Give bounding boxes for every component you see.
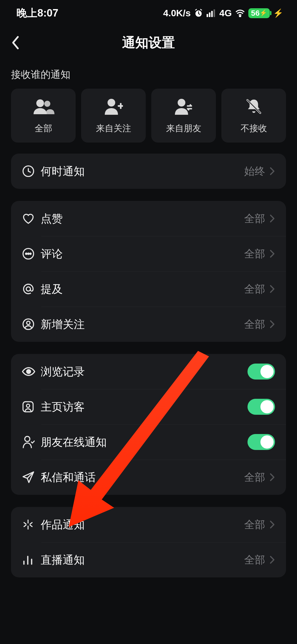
row-like[interactable]: 点赞 全部 <box>11 201 286 236</box>
filter-following[interactable]: 来自关注 <box>81 89 146 143</box>
row-dm-label: 私信和通话 <box>41 470 244 485</box>
battery-icon: 56⚡ <box>248 8 270 18</box>
row-profile-visitor[interactable]: 主页访客 <box>11 389 286 424</box>
row-live-value: 全部 <box>244 553 265 567</box>
nav-bar: 通知设置 <box>0 26 297 59</box>
row-like-label: 点赞 <box>41 211 244 226</box>
row-when-value: 始终 <box>244 164 265 178</box>
filter-none[interactable]: 不接收 <box>221 89 286 143</box>
chevron-right-icon <box>269 214 275 223</box>
row-newfollow[interactable]: 新增关注 全部 <box>11 307 286 342</box>
chevron-right-icon <box>269 320 275 329</box>
row-like-value: 全部 <box>244 212 265 226</box>
signal-icon <box>207 9 216 17</box>
row-mention-value: 全部 <box>244 282 265 296</box>
svg-point-20 <box>26 404 30 407</box>
filter-all[interactable]: 全部 <box>11 89 76 143</box>
status-net-speed: 4.0K/s <box>163 8 191 18</box>
svg-point-13 <box>28 253 29 255</box>
row-works-value: 全部 <box>244 518 265 532</box>
row-mention[interactable]: 提及 全部 <box>11 271 286 307</box>
chevron-right-icon <box>269 555 275 564</box>
svg-point-17 <box>27 321 30 324</box>
svg-point-15 <box>26 287 30 291</box>
svg-point-18 <box>27 370 31 373</box>
row-comment-label: 评论 <box>41 246 244 261</box>
user-square-icon <box>22 401 41 413</box>
charging-icon: ⚡ <box>273 8 283 18</box>
heart-icon <box>22 212 41 225</box>
svg-point-9 <box>178 99 185 107</box>
person-add-icon <box>104 97 123 116</box>
svg-point-5 <box>240 16 241 17</box>
row-live-notify[interactable]: 直播通知 全部 <box>11 542 286 577</box>
svg-point-14 <box>30 253 31 255</box>
svg-point-6 <box>36 99 44 107</box>
chevron-right-icon <box>269 167 275 176</box>
row-dm-call[interactable]: 私信和通话 全部 <box>11 460 286 495</box>
status-time: 晚上8:07 <box>16 6 58 20</box>
status-right: 4.0K/s 4G 56⚡ ⚡ <box>163 8 283 18</box>
svg-rect-1 <box>207 14 208 17</box>
svg-rect-4 <box>214 9 215 17</box>
row-comment[interactable]: 评论 全部 <box>11 236 286 271</box>
row-browse-label: 浏览记录 <box>41 364 248 379</box>
filter-friends[interactable]: 来自朋友 <box>151 89 216 143</box>
row-works-notify[interactable]: 作品通知 全部 <box>11 507 286 542</box>
row-online-label: 朋友在线通知 <box>41 435 248 450</box>
row-comment-value: 全部 <box>244 247 265 261</box>
user-circle-icon <box>22 318 41 331</box>
person-swap-icon <box>174 97 193 116</box>
bars-icon <box>22 554 41 565</box>
chevron-right-icon <box>269 473 275 482</box>
filter-row: 全部 来自关注 来自朋友 不接收 <box>0 89 297 143</box>
row-when-label: 何时通知 <box>41 164 244 179</box>
toggle-visitor[interactable] <box>248 399 275 415</box>
row-friend-online[interactable]: 朋友在线通知 <box>11 424 286 460</box>
row-newfollow-label: 新增关注 <box>41 317 244 332</box>
filter-friends-label: 来自朋友 <box>166 122 201 135</box>
group-content: 作品通知 全部 直播通知 全部 <box>11 507 286 577</box>
eye-icon <box>22 366 41 377</box>
group-privacy: 浏览记录 主页访客 朋友在线通知 私信和通话 全部 <box>11 354 286 495</box>
chevron-right-icon <box>269 249 275 258</box>
row-visitor-label: 主页访客 <box>41 399 248 414</box>
svg-point-7 <box>44 101 50 107</box>
filter-following-label: 来自关注 <box>96 122 131 135</box>
row-mention-label: 提及 <box>41 282 244 297</box>
status-signal: 4G <box>219 8 232 18</box>
alarm-icon <box>194 9 203 18</box>
filter-none-label: 不接收 <box>241 122 267 135</box>
at-icon <box>22 283 41 295</box>
filter-all-label: 全部 <box>35 122 52 135</box>
row-browse-history[interactable]: 浏览记录 <box>11 354 286 389</box>
row-works-label: 作品通知 <box>41 517 244 532</box>
svg-point-12 <box>26 253 27 255</box>
row-live-label: 直播通知 <box>41 552 244 567</box>
row-when-notify[interactable]: 何时通知 始终 <box>11 154 286 189</box>
wifi-icon <box>235 9 245 17</box>
people-icon <box>32 97 54 116</box>
chevron-right-icon <box>269 284 275 294</box>
sparkle-icon <box>22 519 41 531</box>
toggle-browse[interactable] <box>248 364 275 380</box>
page-title: 通知设置 <box>0 34 297 51</box>
back-button[interactable] <box>11 35 21 50</box>
toggle-online[interactable] <box>248 434 275 450</box>
status-bar: 晚上8:07 4.0K/s 4G 56⚡ ⚡ <box>0 0 297 26</box>
group-interactions: 点赞 全部 评论 全部 提及 全部 新增关注 全部 <box>11 201 286 342</box>
section-label-receive: 接收谁的通知 <box>0 59 297 89</box>
clock-icon <box>22 165 41 178</box>
chevron-right-icon <box>269 520 275 529</box>
group-when: 何时通知 始终 <box>11 154 286 189</box>
svg-rect-3 <box>211 11 213 17</box>
svg-rect-19 <box>23 402 33 412</box>
row-dm-value: 全部 <box>244 470 265 484</box>
svg-rect-2 <box>209 12 211 17</box>
row-newfollow-value: 全部 <box>244 317 265 331</box>
bell-off-icon <box>245 97 263 116</box>
svg-point-21 <box>25 436 30 441</box>
svg-point-8 <box>108 99 115 107</box>
send-icon <box>22 471 41 484</box>
person-check-icon <box>22 435 41 449</box>
